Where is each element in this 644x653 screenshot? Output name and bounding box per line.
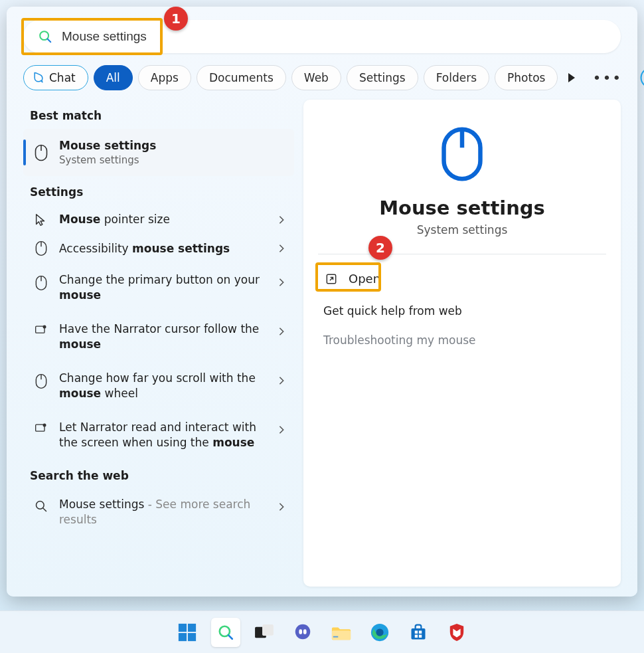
svg-rect-23 — [188, 632, 196, 640]
svg-line-16 — [43, 508, 46, 512]
settings-item-pointer-size[interactable]: Mouse pointer size — [23, 205, 294, 234]
svg-rect-22 — [179, 632, 187, 640]
chevron-right-icon — [277, 425, 286, 434]
cursor-icon — [34, 213, 48, 227]
section-settings: Settings — [30, 185, 294, 199]
best-match-result[interactable]: Mouse settings System settings — [23, 129, 294, 176]
microsoft-store[interactable] — [404, 618, 433, 647]
open-label: Open — [349, 272, 380, 286]
divider — [318, 254, 606, 254]
folder-icon — [331, 623, 352, 642]
svg-rect-30 — [299, 629, 302, 634]
troubleshoot-link[interactable]: Troubleshooting my mouse — [323, 333, 606, 347]
edge-browser[interactable] — [365, 618, 394, 647]
mouse-icon — [35, 240, 47, 256]
best-match-subtitle: System settings — [59, 153, 286, 167]
edge-icon — [370, 622, 390, 642]
preview-subtitle: System settings — [318, 223, 606, 236]
chip-settings[interactable]: Settings — [347, 65, 418, 90]
svg-point-10 — [43, 326, 46, 329]
svg-rect-31 — [303, 629, 307, 634]
store-icon — [409, 623, 428, 642]
search-box[interactable] — [23, 20, 621, 53]
chevron-right-icon — [277, 215, 286, 225]
chat-icon — [293, 622, 313, 642]
svg-rect-32 — [332, 630, 351, 640]
svg-rect-37 — [415, 630, 418, 633]
svg-rect-20 — [179, 623, 187, 631]
scroll-right-icon[interactable] — [568, 73, 575, 82]
search-icon — [35, 500, 48, 513]
mouse-icon — [35, 373, 47, 389]
svg-point-29 — [295, 624, 311, 639]
bing-chat-icon — [32, 71, 45, 84]
settings-item-narrator-follow[interactable]: Have the Narrator cursor follow the mous… — [23, 312, 294, 361]
svg-point-14 — [43, 423, 46, 426]
taskbar — [0, 610, 644, 653]
preview-title: Mouse settings — [318, 197, 606, 219]
task-view[interactable] — [250, 618, 279, 647]
svg-line-25 — [228, 635, 232, 638]
settings-item-narrator-screen[interactable]: Let Narrator read and interact with the … — [23, 411, 294, 460]
narrator-icon — [35, 324, 48, 336]
chip-chat[interactable]: Chat — [23, 65, 88, 90]
bing-icon[interactable] — [639, 66, 644, 89]
search-icon — [38, 29, 52, 44]
mcafee-app[interactable] — [442, 618, 471, 647]
mouse-icon — [35, 144, 48, 161]
search-panel: 1 Chat All Apps Documents Web Settings F… — [7, 7, 637, 597]
best-match-title: Mouse settings — [59, 138, 286, 153]
taskbar-chat[interactable] — [288, 618, 317, 647]
mouse-icon — [35, 275, 47, 291]
chip-photos[interactable]: Photos — [495, 65, 558, 90]
annotation-badge-1: 1 — [164, 7, 188, 31]
chevron-right-icon — [277, 376, 286, 385]
chevron-right-icon — [277, 278, 286, 287]
narrator-icon — [35, 422, 48, 434]
windows-icon — [177, 622, 197, 642]
section-best-match: Best match — [30, 109, 294, 122]
search-input[interactable] — [62, 29, 606, 44]
settings-item-accessibility-mouse[interactable]: Accessibility mouse settings — [23, 234, 294, 263]
chip-apps[interactable]: Apps — [138, 65, 191, 90]
quick-help-header: Get quick help from web — [323, 304, 606, 318]
open-icon — [325, 272, 338, 286]
more-icon[interactable]: ••• — [592, 70, 622, 86]
chevron-right-icon — [277, 244, 286, 253]
svg-point-2 — [641, 68, 644, 88]
chevron-right-icon — [277, 502, 286, 512]
chip-all[interactable]: All — [94, 65, 133, 90]
svg-rect-38 — [419, 630, 422, 633]
svg-point-35 — [376, 628, 383, 636]
results-column: Best match Mouse settings System setting… — [23, 100, 294, 587]
web-result[interactable]: Mouse settings - See more search results — [23, 489, 294, 535]
shield-icon — [448, 622, 465, 642]
chevron-right-icon — [277, 327, 286, 336]
task-view-icon — [254, 624, 274, 641]
section-search-web: Search the web — [30, 469, 294, 482]
svg-line-1 — [48, 39, 51, 43]
chip-documents[interactable]: Documents — [197, 65, 286, 90]
svg-rect-28 — [262, 624, 274, 635]
taskbar-search[interactable] — [211, 618, 240, 647]
svg-rect-39 — [415, 634, 418, 637]
file-explorer[interactable] — [327, 618, 356, 647]
search-icon — [217, 624, 234, 641]
chip-chat-label: Chat — [49, 71, 76, 84]
start-button[interactable] — [173, 618, 202, 647]
svg-rect-21 — [188, 623, 196, 631]
filter-chips: Chat All Apps Documents Web Settings Fol… — [23, 65, 621, 90]
svg-rect-40 — [419, 634, 422, 637]
settings-item-scroll-wheel[interactable]: Change how far you scroll with the mouse… — [23, 361, 294, 411]
svg-rect-36 — [412, 628, 426, 639]
chip-folders[interactable]: Folders — [424, 65, 489, 90]
settings-item-primary-button[interactable]: Change the primary button on your mouse — [23, 263, 294, 312]
chip-web[interactable]: Web — [291, 65, 341, 90]
preview-pane: Mouse settings System settings Open 2 Ge… — [303, 100, 621, 587]
svg-rect-33 — [333, 636, 339, 637]
mouse-hero-icon — [440, 126, 484, 182]
open-button[interactable]: Open — [318, 266, 387, 291]
annotation-badge-2: 2 — [368, 236, 392, 260]
